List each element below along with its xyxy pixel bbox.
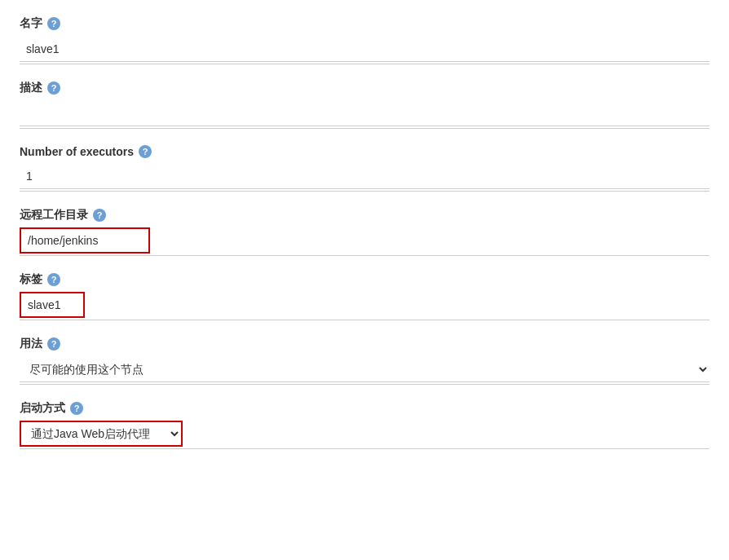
remote-dir-input[interactable]: [20, 227, 150, 254]
name-group: 名字 ?: [20, 16, 709, 64]
name-divider: [20, 64, 709, 64]
remote-dir-divider: [20, 255, 709, 256]
tags-divider: [20, 320, 709, 320]
tags-label: 标签 ?: [20, 272, 709, 287]
executors-group: Number of executors ?: [20, 145, 709, 192]
launch-method-divider: [20, 448, 709, 449]
usage-divider: [20, 384, 709, 385]
remote-dir-group: 远程工作目录 ?: [20, 208, 709, 256]
launch-method-help-icon[interactable]: ?: [70, 402, 83, 415]
executors-label-text: Number of executors: [20, 145, 134, 158]
launch-method-label-text: 启动方式: [20, 401, 65, 416]
name-help-icon[interactable]: ?: [47, 17, 60, 30]
executors-divider: [20, 191, 709, 192]
remote-dir-label: 远程工作目录 ?: [20, 208, 709, 223]
description-help-icon[interactable]: ?: [47, 82, 60, 95]
description-input[interactable]: [20, 100, 709, 126]
usage-help-icon[interactable]: ?: [47, 337, 60, 351]
name-label-text: 名字: [20, 16, 42, 31]
executors-input[interactable]: [20, 163, 709, 189]
tags-input[interactable]: [20, 292, 85, 318]
usage-group: 用法 ? 尽可能的使用这个节点 只允许运行绑定到这台机器的Job: [20, 337, 709, 385]
executors-help-icon[interactable]: ?: [139, 145, 152, 158]
executors-label: Number of executors ?: [20, 145, 709, 158]
launch-method-group: 启动方式 ? 通过Java Web启动代理 通过SSH启动从节点代理 Launc…: [20, 401, 709, 449]
description-label-text: 描述: [20, 81, 42, 95]
launch-method-label: 启动方式 ?: [20, 401, 709, 416]
description-label: 描述 ?: [20, 81, 709, 95]
tags-help-icon[interactable]: ?: [47, 273, 60, 286]
usage-select[interactable]: 尽可能的使用这个节点 只允许运行绑定到这台机器的Job: [20, 356, 709, 382]
usage-label: 用法 ?: [20, 337, 709, 351]
name-label: 名字 ?: [20, 16, 709, 31]
tags-group: 标签 ?: [20, 272, 709, 320]
remote-dir-help-icon[interactable]: ?: [93, 209, 106, 222]
description-divider: [20, 128, 709, 129]
remote-dir-label-text: 远程工作目录: [20, 208, 88, 223]
description-group: 描述 ?: [20, 81, 709, 129]
form-container: 名字 ? 描述 ? Number of executors ? 远程工作目录 ?: [0, 0, 729, 482]
usage-label-text: 用法: [20, 337, 42, 351]
tags-label-text: 标签: [20, 272, 42, 287]
name-input[interactable]: [20, 36, 709, 62]
launch-method-select[interactable]: 通过Java Web启动代理 通过SSH启动从节点代理 Launch agent…: [20, 421, 183, 447]
